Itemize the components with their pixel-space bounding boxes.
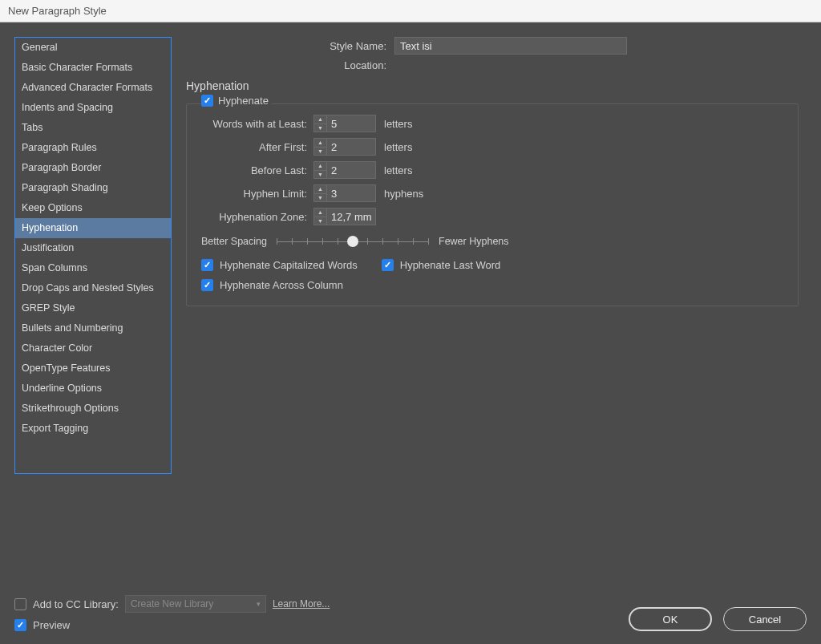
sidebar-item-hyphenation[interactable]: Hyphenation <box>15 218 171 238</box>
hyphenate-label: Hyphenate <box>218 95 269 107</box>
hyphenate-across-column-checkbox[interactable] <box>201 279 213 291</box>
hyphen-limit-input[interactable] <box>326 184 376 202</box>
ok-button[interactable]: OK <box>629 607 712 631</box>
preview-checkbox[interactable] <box>14 619 26 631</box>
add-cc-library-label: Add to CC Library: <box>33 598 119 610</box>
dialog-body: General Basic Character Formats Advanced… <box>0 22 821 644</box>
hyphenate-capitalized-checkbox[interactable] <box>201 259 213 271</box>
chevron-down-icon[interactable]: ▼ <box>314 124 326 132</box>
sidebar-item-justification[interactable]: Justification <box>15 238 171 258</box>
hyphenate-last-word-label: Hyphenate Last Word <box>400 259 501 271</box>
chevron-down-icon[interactable]: ▼ <box>314 217 326 225</box>
sidebar-item-opentype[interactable]: OpenType Features <box>15 358 171 379</box>
sidebar-item-bullets-numbering[interactable]: Bullets and Numbering <box>15 318 171 338</box>
sidebar-item-indents-spacing[interactable]: Indents and Spacing <box>15 98 171 118</box>
words-at-least-label: Words with at Least: <box>201 118 313 130</box>
slider-left-label: Better Spacing <box>201 236 267 247</box>
sidebar-item-strikethrough-options[interactable]: Strikethrough Options <box>15 399 171 419</box>
hyphen-limit-label: Hyphen Limit: <box>201 188 313 200</box>
chevron-up-icon[interactable]: ▲ <box>314 139 326 148</box>
hyphenation-zone-label: Hyphenation Zone: <box>201 211 313 223</box>
cancel-button[interactable]: Cancel <box>723 607 807 631</box>
chevron-down-icon[interactable]: ▼ <box>314 171 326 179</box>
location-label: Location: <box>186 59 394 71</box>
style-name-label: Style Name: <box>186 40 394 52</box>
chevron-down-icon[interactable]: ▼ <box>314 148 326 156</box>
section-title: Hyphenation <box>186 79 799 92</box>
slider-right-label: Fewer Hyphens <box>439 236 509 247</box>
cc-library-select[interactable]: Create New Library ▾ <box>125 595 266 613</box>
hyphenate-across-column-label: Hyphenate Across Column <box>220 279 343 291</box>
words-at-least-input[interactable] <box>326 115 376 132</box>
sidebar-item-paragraph-rules[interactable]: Paragraph Rules <box>15 138 171 158</box>
sidebar-item-paragraph-border[interactable]: Paragraph Border <box>15 158 171 178</box>
sidebar-item-character-color[interactable]: Character Color <box>15 338 171 358</box>
hyphenate-capitalized-label: Hyphenate Capitalized Words <box>220 259 358 271</box>
hyphenation-group: Hyphenate Words with at Least: ▲▼ letter… <box>186 103 799 306</box>
after-first-input[interactable] <box>326 138 376 156</box>
before-last-label: Before Last: <box>201 164 313 176</box>
sidebar-item-grep-style[interactable]: GREP Style <box>15 298 171 318</box>
sidebar-item-advanced-character-formats[interactable]: Advanced Character Formats <box>15 78 171 98</box>
dialog-title: New Paragraph Style <box>0 0 821 22</box>
after-first-label: After First: <box>201 141 313 153</box>
sidebar-item-span-columns[interactable]: Span Columns <box>15 258 171 278</box>
after-first-stepper[interactable]: ▲▼ <box>313 138 376 156</box>
sidebar-item-underline-options[interactable]: Underline Options <box>15 379 171 399</box>
sidebar-item-tabs[interactable]: Tabs <box>15 118 171 138</box>
chevron-up-icon[interactable]: ▲ <box>314 185 326 194</box>
sidebar-item-export-tagging[interactable]: Export Tagging <box>15 419 171 439</box>
chevron-up-icon[interactable]: ▲ <box>314 209 326 217</box>
sidebar-item-basic-character-formats[interactable]: Basic Character Formats <box>15 58 171 78</box>
before-last-stepper[interactable]: ▲▼ <box>313 161 376 179</box>
chevron-down-icon: ▾ <box>257 600 261 608</box>
words-at-least-stepper[interactable]: ▲▼ <box>313 115 376 132</box>
chevron-down-icon[interactable]: ▼ <box>314 194 326 202</box>
sidebar-item-paragraph-shading[interactable]: Paragraph Shading <box>15 178 171 198</box>
cc-library-select-value: Create New Library <box>131 598 213 610</box>
hyphen-limit-unit: hyphens <box>384 188 423 200</box>
learn-more-link[interactable]: Learn More... <box>273 598 330 610</box>
before-last-input[interactable] <box>326 161 376 179</box>
hyphenate-last-word-checkbox[interactable] <box>382 259 394 271</box>
sidebar-item-general[interactable]: General <box>15 38 171 58</box>
add-cc-library-checkbox[interactable] <box>14 598 26 610</box>
slider-thumb[interactable] <box>347 236 358 247</box>
hyphen-limit-stepper[interactable]: ▲▼ <box>313 184 376 202</box>
words-at-least-unit: letters <box>384 118 412 130</box>
hyphenation-zone-stepper[interactable]: ▲▼ <box>313 208 376 225</box>
chevron-up-icon[interactable]: ▲ <box>314 162 326 171</box>
hyphenation-slider[interactable] <box>277 235 429 248</box>
dialog-footer: Add to CC Library: Create New Library ▾ … <box>14 595 807 631</box>
preview-label: Preview <box>33 619 70 631</box>
category-sidebar: General Basic Character Formats Advanced… <box>14 37 172 474</box>
hyphenation-zone-input[interactable] <box>326 208 376 225</box>
main-panel: Style Name: Location: Hyphenation Hyphen… <box>186 37 807 474</box>
sidebar-item-keep-options[interactable]: Keep Options <box>15 198 171 218</box>
before-last-unit: letters <box>384 164 412 176</box>
chevron-up-icon[interactable]: ▲ <box>314 115 326 124</box>
style-name-input[interactable] <box>394 37 627 55</box>
after-first-unit: letters <box>384 141 412 153</box>
sidebar-item-drop-caps[interactable]: Drop Caps and Nested Styles <box>15 278 171 298</box>
hyphenate-checkbox[interactable] <box>201 95 213 107</box>
